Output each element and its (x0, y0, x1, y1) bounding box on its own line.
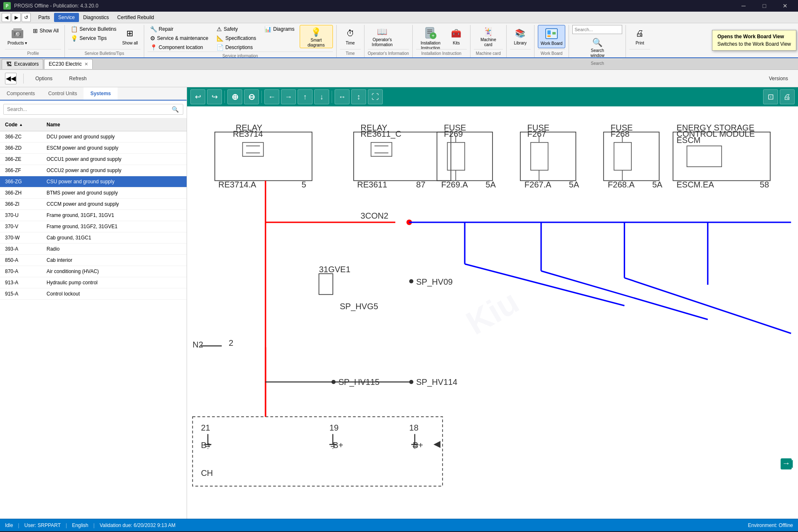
kits-button[interactable]: 🧰 Kits (446, 25, 467, 48)
svg-text:F268: F268 (611, 129, 630, 138)
fit-height-button[interactable]: ↕ (351, 89, 366, 104)
kits-icon: 🧰 (450, 27, 463, 40)
expand-button[interactable]: ⛶ (368, 89, 383, 104)
installation-icon: + (424, 27, 437, 40)
pan-right-button[interactable]: → (281, 89, 296, 104)
diagram-right-buttons: ⊡ 🖨 (763, 89, 795, 104)
redo-button[interactable]: ↪ (207, 89, 222, 104)
tab-ec230[interactable]: EC230 Electric ✕ (44, 59, 92, 69)
component-loc-button[interactable]: 📍 Component location (148, 43, 211, 52)
table-row[interactable]: 366-ZG CSU power and ground supply (0, 176, 187, 187)
tab-excavators[interactable]: 🏗 Excavators (2, 59, 43, 69)
print-label: Print (635, 41, 644, 46)
specifications-button[interactable]: 📐 Specifications (214, 34, 259, 42)
library-button[interactable]: 📚 Library (510, 25, 531, 48)
safety-button[interactable]: ⚠ Safety (214, 25, 259, 33)
table-row[interactable]: 913-A Hydraulic pump control (0, 277, 187, 288)
tab-systems[interactable]: Systems (84, 87, 117, 101)
tab-control-units[interactable]: Control Units (42, 87, 84, 100)
minimize-button[interactable]: ─ (734, 0, 753, 12)
table-row[interactable]: 370-U Frame ground, 31GF1, 31GV1 (0, 210, 187, 221)
tab-components[interactable]: Components (0, 87, 42, 100)
ribbon-search-input[interactable] (572, 25, 622, 34)
menu-diagnostics[interactable]: Diagnostics (79, 13, 113, 22)
pan-left-button[interactable]: ← (264, 89, 279, 104)
menu-service[interactable]: Service (54, 13, 79, 22)
products-button[interactable]: Kiu Products ▾ (5, 25, 30, 48)
time-button[interactable]: ⏱ Time (340, 25, 361, 48)
table-row[interactable]: 366-ZD ESCM power and ground supply (0, 143, 187, 154)
service-bulletins-button[interactable]: 📋 Service Bulletins (68, 25, 119, 33)
service-tips-button[interactable]: 💡 Service Tips (68, 34, 119, 42)
machine-card-button[interactable]: 🃏 Machine card (474, 25, 503, 48)
print-diagram-button[interactable]: 🖨 (780, 89, 795, 104)
table-row[interactable]: 850-A Cab interior (0, 255, 187, 266)
close-button[interactable]: ✕ (776, 0, 795, 12)
tab-ec230-close[interactable]: ✕ (84, 62, 88, 67)
show-all-label: Show All (39, 28, 59, 34)
table-row[interactable]: 366-ZH BTMS power and ground supply (0, 187, 187, 199)
panel-search-button[interactable]: 🔍 (172, 106, 179, 113)
nav-forward-button[interactable]: ▶ (12, 13, 21, 22)
table-row[interactable]: 366-ZC DCU power and ground supply (0, 131, 187, 143)
time-label: Time (346, 41, 355, 46)
options-button[interactable]: Options (30, 74, 57, 83)
maximize-button[interactable]: □ (755, 0, 774, 12)
work-board-button[interactable]: Work Board (538, 25, 566, 48)
status-user: User: SRPPART (24, 522, 61, 528)
nav-back-button[interactable]: ◀ (2, 13, 11, 22)
fit-width-button[interactable]: ↔ (335, 89, 350, 104)
show-all-button[interactable]: ⊞ Show All (30, 27, 61, 35)
svg-text:5A: 5A (485, 180, 496, 189)
table-row[interactable]: 915-A Control lockout (0, 288, 187, 300)
back-nav-button[interactable]: ◀◀ (5, 73, 17, 84)
search-window-button[interactable]: 🔍 Search window (583, 36, 612, 59)
versions-button[interactable]: Versions (764, 74, 793, 83)
main-content: Components Control Units Systems 🔍 Code … (0, 87, 798, 519)
tab-excavators-icon: 🏗 (6, 61, 12, 67)
header-code: Code ▲ (0, 120, 42, 129)
table-row[interactable]: 366-ZE OCCU1 power and ground supply (0, 154, 187, 165)
cell-code: 366-ZG (0, 176, 42, 187)
nav-refresh-button[interactable]: ↺ (22, 13, 31, 22)
undo-button[interactable]: ↩ (190, 89, 205, 104)
panel-search-input[interactable] (3, 104, 183, 115)
show-all-icon: ⊞ (33, 27, 38, 34)
repair-button[interactable]: 🔧 Repair (148, 25, 211, 33)
service-maint-label: Service & maintenance (157, 35, 208, 41)
service-maint-button[interactable]: ⚙ Service & maintenance (148, 34, 211, 42)
pan-up-button[interactable]: ↑ (298, 89, 313, 104)
installation-button[interactable]: + Installation Instruction (416, 25, 445, 48)
work-board-icon (545, 27, 558, 40)
fit-page-button[interactable]: ⊡ (763, 89, 778, 104)
menu-certified-rebuild[interactable]: Certified Rebuild (113, 13, 158, 22)
ribbon-group-machine-card: 🃏 Machine card Machine card (470, 25, 507, 57)
window-controls: ─ □ ✕ (734, 0, 795, 12)
menu-parts[interactable]: Parts (34, 13, 54, 22)
table-row[interactable]: 366-ZF OCCU2 power and ground supply (0, 165, 187, 176)
refresh-button[interactable]: Refresh (64, 74, 91, 83)
table-row[interactable]: 870-A Air conditioning (HVAC) (0, 266, 187, 277)
cell-name: Cab ground, 31GC1 (42, 232, 187, 243)
print-button[interactable]: 🖨 Print (629, 25, 650, 48)
ribbon-group-time-label: Time (340, 49, 361, 56)
content-toolbar: ◀◀ Options Refresh Versions (0, 70, 798, 87)
show-all-svc-button[interactable]: ⊞ Show all (120, 25, 140, 48)
table-row[interactable]: 366-ZI CCCM power and ground supply (0, 199, 187, 210)
zoom-in-button[interactable]: ⊕ (227, 89, 242, 104)
smart-diagrams-button[interactable]: 💡 Smart diagrams (300, 25, 333, 48)
table-body: 366-ZC DCU power and ground supply 366-Z… (0, 131, 187, 519)
pan-down-button[interactable]: ↓ (314, 89, 329, 104)
zoom-out-button[interactable]: ⊖ (244, 89, 259, 104)
header-code-label: Code (5, 122, 17, 128)
diagrams-button[interactable]: 📊 Diagrams (262, 25, 297, 33)
toolbar-separator-1 (23, 74, 24, 84)
table-row[interactable]: 370-W Cab ground, 31GC1 (0, 232, 187, 244)
table-row[interactable]: 370-V Frame ground, 31GF2, 31GVE1 (0, 221, 187, 232)
operators-info-button[interactable]: 📖 Operator's Information (368, 25, 397, 48)
library-icon: 📚 (514, 27, 527, 40)
svg-text:F269.A: F269.A (441, 180, 468, 189)
descriptions-button[interactable]: 📄 Descriptions (214, 43, 259, 52)
cell-name: BTMS power and ground supply (42, 187, 187, 198)
table-row[interactable]: 393-A Radio (0, 244, 187, 255)
